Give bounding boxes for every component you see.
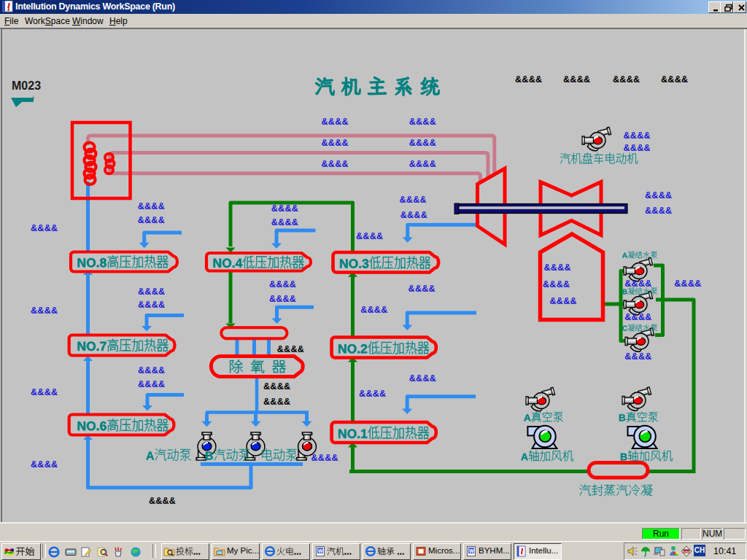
svg-text:MAIL: MAIL (684, 550, 691, 553)
svg-text:W: W (469, 548, 474, 553)
svg-text:W: W (318, 548, 323, 553)
